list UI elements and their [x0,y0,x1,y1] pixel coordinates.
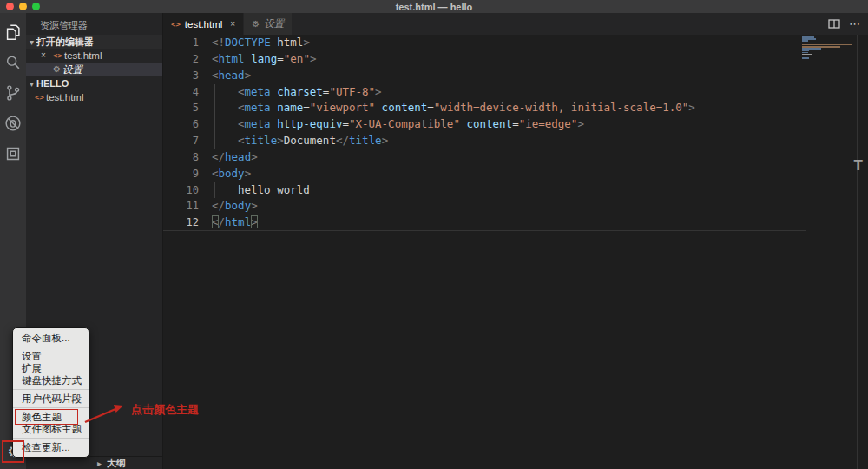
code-line-3[interactable]: 3<head> [163,68,806,84]
code-line-10[interactable]: 10hello world [163,182,806,199]
vscode-window: test.html — hello ⚙ 资源管理器 ▾打开的编辑器 × <> t… [0,0,868,469]
code-line-5[interactable]: 5<meta name="viewport" content="width=de… [163,100,806,116]
code-line-8[interactable]: 8</head> [163,149,806,166]
menu-item-user-snippets[interactable]: 用户代码片段 [13,393,89,405]
line-number: 4 [163,84,212,101]
menu-item-command-palette[interactable]: 命令面板... [13,332,89,344]
debug-icon[interactable] [3,114,23,133]
line-number: 11 [163,198,212,215]
search-icon[interactable] [3,53,23,72]
line-number: 7 [163,133,212,149]
files-icon[interactable] [3,23,23,42]
chevron-down-icon[interactable]: ▾ [30,79,34,89]
indent-guide [214,100,215,116]
stray-letter: T [854,157,863,175]
code-line-2[interactable]: 2<html lang="en"> [163,51,806,68]
more-actions-icon[interactable]: ⋯ [849,20,861,29]
manage-context-menu: 命令面板...设置扩展键盘快捷方式用户代码片段颜色主题文件图标主题检查更新... [12,327,89,458]
window-title: test.html — hello [396,2,473,12]
settings-gear-icon: ⚙ [252,19,260,29]
line-number: 9 [163,166,212,182]
split-editor-icon[interactable] [828,19,840,29]
code-line-7[interactable]: 7<title>Document</title> [163,133,806,149]
line-number: 3 [163,68,212,84]
folder-section-header[interactable]: ▾HELLO [26,76,162,90]
line-number: 2 [163,51,212,68]
title-bar: test.html — hello [0,0,868,13]
tab-testhtml[interactable]: <> test.html × [163,13,243,35]
file-item-testhtml[interactable]: <> test.html [26,90,162,104]
chevron-right-icon[interactable]: ▸ [97,457,102,469]
menu-separator [13,407,89,408]
menu-separator [13,389,89,390]
html-file-icon: <> [35,90,44,104]
menu-item-check-updates[interactable]: 检查更新... [13,441,89,453]
menu-separator [13,438,89,439]
menu-item-file-icon-theme[interactable]: 文件图标主题 [13,423,89,435]
line-number: 5 [163,100,212,116]
annotation-text: 点击颜色主题 [131,402,199,418]
editor-group: <> test.html × ⚙ 设置 ⋯ 1<!DOCTYPE html>2<… [162,13,868,469]
source-control-icon[interactable] [3,83,23,102]
chevron-down-icon[interactable]: ▾ [30,37,34,47]
tab-bar: <> test.html × ⚙ 设置 ⋯ [163,13,868,35]
menu-item-settings[interactable]: 设置 [13,350,89,362]
line-number: 10 [163,182,212,199]
indent-guide [214,182,215,199]
line-number: 1 [163,35,212,51]
annotation-arrow [82,401,128,426]
tab-settings[interactable]: ⚙ 设置 [243,13,292,35]
code-editor[interactable]: 1<!DOCTYPE html>2<html lang="en">3<head>… [163,35,868,231]
minimap[interactable] [802,36,856,59]
code-line-9[interactable]: 9<body> [163,166,806,182]
gear-highlight-box [2,440,24,463]
line-number: 6 [163,116,212,133]
indent-guide [214,133,215,149]
code-line-1[interactable]: 1<!DOCTYPE html> [163,35,806,51]
code-line-4[interactable]: 4<meta charset="UTF-8"> [163,84,806,101]
indent-guide [214,84,215,101]
html-file-icon: <> [53,49,62,63]
line-number: 8 [163,149,212,166]
settings-gear-icon: ⚙ [53,63,61,76]
line-number: 12 [163,215,212,231]
open-editors-header[interactable]: ▾打开的编辑器 [26,35,162,49]
close-icon[interactable]: × [230,19,235,29]
html-file-icon: <> [171,20,181,29]
minimize-window-button[interactable] [19,3,27,10]
code-line-11[interactable]: 11</body> [163,198,806,215]
close-icon[interactable]: × [41,49,46,63]
code-line-6[interactable]: 6<meta http-equiv="X-UA-Compatible" cont… [163,116,806,133]
editor-right-border [857,35,858,469]
menu-item-color-theme[interactable]: 颜色主题 [13,411,89,423]
code-line-12[interactable]: 12</html> [163,215,806,231]
maximize-window-button[interactable] [32,3,40,10]
minimap-line [802,57,809,59]
open-editor-item-testhtml[interactable]: × <> test.html [26,49,162,63]
indent-guide [214,116,215,133]
outline-section-header[interactable]: ▸ 大纲 [26,456,162,469]
extensions-icon[interactable] [3,144,23,163]
menu-separator [13,347,89,347]
menu-item-extensions[interactable]: 扩展 [13,362,89,374]
close-window-button[interactable] [6,3,14,10]
menu-item-keyboard-shortcuts[interactable]: 键盘快捷方式 [13,374,89,386]
open-editor-item-settings[interactable]: ⚙ 设置 [26,63,162,76]
sidebar-title: 资源管理器 [40,19,88,32]
editor-actions: ⋯ [828,13,861,35]
